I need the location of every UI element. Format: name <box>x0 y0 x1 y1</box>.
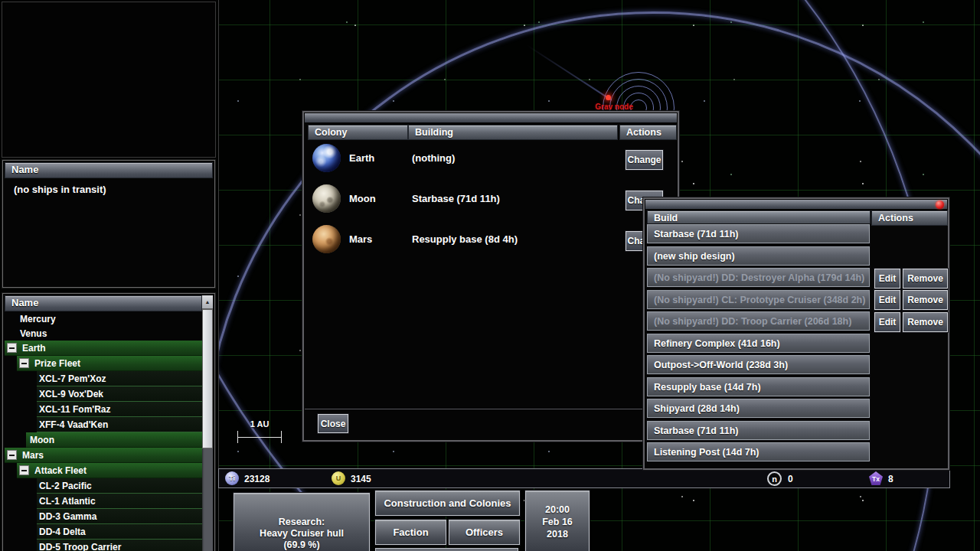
research-line: Research: <box>234 517 369 528</box>
sidebar-empty-panel <box>2 2 216 158</box>
uranium-value: 3145 <box>351 474 371 484</box>
change-button[interactable]: Change <box>626 150 663 170</box>
tree-item-ship[interactable]: CL-1 Atlantic <box>37 494 202 509</box>
tree-item-ship[interactable]: DD-5 Troop Carrier <box>37 540 202 551</box>
edit-button[interactable]: Edit <box>874 312 900 332</box>
build-options-list: Starbase (71d 11h) (new ship design) (No… <box>647 224 870 465</box>
remove-button[interactable]: Remove <box>903 312 948 332</box>
tree-item-ship[interactable]: DD-3 Gamma <box>37 509 202 524</box>
column-header-actions[interactable]: Actions <box>871 210 948 226</box>
collapse-minus-icon[interactable] <box>19 465 29 475</box>
chevron-up-icon[interactable]: ▲ <box>202 295 213 309</box>
remove-button[interactable]: Remove <box>903 269 948 289</box>
system-tree: Mercury Venus Earth Prize Fleet XCL-7 Pe… <box>5 311 202 551</box>
officers-button[interactable]: Officers <box>449 520 520 545</box>
build-option[interactable]: Resupply base (14d 7h) <box>647 377 870 396</box>
tx-resource-icon: Tx <box>869 471 883 485</box>
tree-item-ship[interactable]: DD-4 Delta <box>37 524 202 540</box>
system-panel-header[interactable]: Name <box>5 295 202 311</box>
tree-item-venus[interactable]: Venus <box>5 326 202 341</box>
faction-button[interactable]: Faction <box>375 520 446 545</box>
build-option[interactable]: Listening Post (14d 7h) <box>647 442 870 461</box>
partial-button-edge[interactable] <box>375 548 518 551</box>
construction-and-colonies-button[interactable]: Construction and Colonies <box>375 491 520 516</box>
tree-item-earth[interactable]: Earth <box>5 341 202 356</box>
dialog-titlebar[interactable] <box>645 200 947 209</box>
year-text: 2018 <box>542 528 573 540</box>
game-screen: Grav node 1 AU Name (no ships in transit… <box>0 0 980 551</box>
tree-item-mars[interactable]: Mars <box>5 448 202 463</box>
tree-item-ship[interactable]: CL-2 Pacific <box>37 478 202 494</box>
uranium-resource-icon: U <box>332 471 345 485</box>
date-text: Feb 16 <box>542 516 573 528</box>
research-line: (69.9 %) <box>234 540 369 551</box>
collapse-minus-icon[interactable] <box>7 450 17 460</box>
collapse-minus-icon[interactable] <box>19 358 29 368</box>
grav-node-marker[interactable] <box>606 95 611 100</box>
column-header-build[interactable]: Build <box>647 210 871 226</box>
scale-bar-tick <box>237 431 238 443</box>
tree-item-moon[interactable]: Moon <box>26 432 202 448</box>
construction-colonies-dialog: Colony Building Actions Earth (nothing) … <box>302 111 679 442</box>
n-resource-icon: n <box>767 471 782 486</box>
build-option[interactable]: Starbase (71d 11h) <box>647 224 870 243</box>
sidebar: Name (no ships in transit) Name Mercury … <box>0 0 219 551</box>
colony-row-mars[interactable]: Mars Resupply base (8d 4h) Change <box>305 223 677 263</box>
tree-item-ship[interactable]: XCL-7 Pem'Xoz <box>37 371 202 386</box>
edit-button[interactable]: Edit <box>874 290 900 310</box>
tree-item-mercury[interactable]: Mercury <box>5 311 202 326</box>
build-option[interactable]: Starbase (71d 11h) <box>647 421 870 440</box>
tx-value: 8 <box>888 474 893 484</box>
transit-empty-text: (no ships in transit) <box>14 184 106 195</box>
remove-button[interactable]: Remove <box>903 290 948 310</box>
scrollbar-thumb[interactable] <box>202 309 213 448</box>
colony-list: Earth (nothing) Change Moon Starbase (71… <box>305 124 677 409</box>
moon-icon <box>312 184 341 213</box>
mars-icon <box>312 225 341 253</box>
time-text: 20:00 <box>542 504 573 516</box>
build-option[interactable]: Outpost->Off-World (238d 3h) <box>647 355 870 374</box>
dialog-titlebar[interactable] <box>305 113 677 122</box>
ships-in-transit-panel: Name (no ships in transit) <box>2 160 215 288</box>
close-icon[interactable] <box>936 201 944 209</box>
tree-item-ship[interactable]: XCL-9 Vox'Dek <box>37 386 202 402</box>
colony-row-earth[interactable]: Earth (nothing) Change <box>305 142 677 182</box>
scale-bar-label: 1 AU <box>237 419 282 429</box>
tree-scrollbar[interactable]: ▲ <box>202 295 213 551</box>
build-option-disabled: (No shipyard!) DD: Troop Carrier (206d 1… <box>647 311 870 331</box>
transit-panel-header[interactable]: Name <box>5 162 213 178</box>
tree-item-ship[interactable]: XFF-4 Vaad'Ken <box>37 417 202 432</box>
research-line: Heavy Cruiser hull <box>234 528 369 540</box>
build-option-disabled: (No shipyard!) CL: Prototype Cruiser (34… <box>647 290 870 309</box>
build-option[interactable]: Refinery Complex (41d 16h) <box>647 334 870 353</box>
build-option[interactable]: (new ship design) <box>647 246 870 266</box>
collapse-minus-icon[interactable] <box>7 343 17 353</box>
titanium-resource-icon: Ti <box>225 471 239 485</box>
colony-row-moon[interactable]: Moon Starbase (71d 11h) Change <box>305 183 677 223</box>
edit-button[interactable]: Edit <box>874 269 900 289</box>
grav-node-label: Grav node <box>585 103 643 111</box>
system-tree-panel: Name Mercury Venus Earth Prize Fleet XCL… <box>2 293 215 551</box>
scale-bar <box>237 437 282 438</box>
research-button[interactable]: Research: Heavy Cruiser hull (69.9 %) <box>234 493 370 551</box>
n-value: 0 <box>788 474 793 484</box>
scale-bar-tick <box>281 431 282 443</box>
datetime-panel: 20:00 Feb 16 2018 <box>525 491 590 551</box>
tree-item-prize-fleet[interactable]: Prize Fleet <box>17 356 202 371</box>
build-option-disabled: (No shipyard!) DD: Destroyer Alpha (179d… <box>647 268 870 287</box>
resource-bar: Ti 23128 U 3145 n 0 Tx 8 <box>218 468 950 488</box>
earth-icon <box>312 144 341 172</box>
titanium-value: 23128 <box>244 474 270 484</box>
tree-item-attack-fleet[interactable]: Attack Fleet <box>17 463 202 478</box>
tree-item-ship[interactable]: XCL-11 Fom'Raz <box>37 402 202 417</box>
close-button[interactable]: Close <box>318 414 348 433</box>
build-option[interactable]: Shipyard (28d 14h) <box>647 399 870 418</box>
build-dialog: Build Actions Starbase (71d 11h) (new sh… <box>643 197 949 470</box>
